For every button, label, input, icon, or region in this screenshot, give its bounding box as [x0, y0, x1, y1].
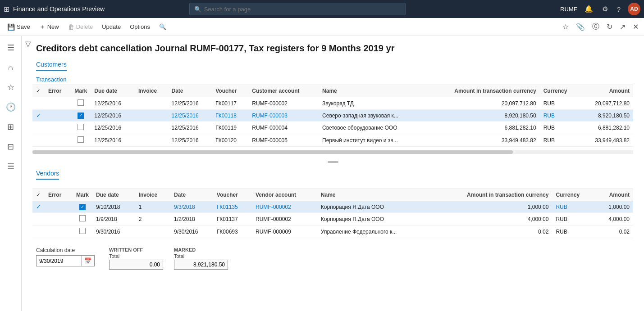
vendors-cell-error	[45, 213, 73, 225]
vendors-col-date: Date	[170, 189, 213, 201]
save-button[interactable]: 💾 Save	[4, 22, 34, 32]
vendors-table-row[interactable]: ✓✓9/10/201819/3/2018ГК01135RUMF-000002Ко…	[32, 201, 633, 213]
sidebar-favorites-icon[interactable]: ☆	[3, 79, 19, 95]
refresh-icon[interactable]: ↻	[605, 21, 614, 33]
customers-table-row[interactable]: 12/25/201612/25/2016ГК00117RUMF-000002Зв…	[32, 97, 633, 110]
settings-icon[interactable]: ⚙	[600, 4, 610, 14]
customers-cell-name: Световое оборудование ООО	[319, 122, 425, 134]
vendors-col-select-all[interactable]: ✓	[32, 189, 45, 201]
calendar-icon[interactable]: 📅	[81, 256, 94, 266]
vendor-date-link[interactable]: 9/3/2018	[174, 204, 195, 210]
vendor-account-link[interactable]: RUMF-000002	[256, 204, 291, 210]
customers-cell-date[interactable]: 12/25/2016	[168, 110, 212, 122]
customers-cell-account[interactable]: RUMF-000003	[248, 110, 319, 122]
vendors-mark-checkbox[interactable]: ✓	[79, 204, 86, 210]
vendors-cell-amount: 1,000.00	[594, 201, 633, 213]
content-area: ▽ Creditors debt cancellation Journal RU…	[22, 36, 644, 311]
calc-date-input[interactable]	[37, 257, 81, 266]
vendors-cell-account[interactable]: RUMF-000002	[252, 201, 317, 213]
mark-checkbox[interactable]	[78, 124, 84, 130]
search-bar[interactable]: 🔍	[189, 3, 406, 15]
vendors-cell-mark[interactable]	[73, 225, 92, 238]
vendors-cell-due-date: 9/30/2016	[92, 225, 135, 238]
sidebar-filter-icon[interactable]: ⊟	[3, 139, 19, 155]
vendors-cell-date[interactable]: 9/3/2018	[170, 201, 213, 213]
date-link[interactable]: 12/25/2016	[172, 113, 199, 119]
vendors-table-row[interactable]: 9/30/20169/30/2016ГК00693RUMF-000009Упра…	[32, 225, 633, 238]
mark-checkbox[interactable]: ✓	[78, 113, 84, 119]
col-select-all[interactable]: ✓	[32, 85, 45, 97]
vendors-cell-account: RUMF-000009	[252, 225, 317, 238]
customers-cell-mark[interactable]	[71, 134, 91, 147]
marked-total: MARKED Total	[174, 247, 228, 270]
vendors-table-row[interactable]: 1/9/201821/2/2018ГК01137RUMF-000002Корпо…	[32, 213, 633, 225]
customers-cell-currency: RUB	[540, 122, 580, 134]
delete-label: Delete	[76, 23, 93, 30]
search-input[interactable]	[204, 6, 401, 13]
attach-icon[interactable]: 📎	[574, 21, 587, 33]
vendors-mark-checkbox[interactable]	[79, 215, 86, 221]
customers-horizontal-scrollbar[interactable]	[32, 150, 633, 154]
sidebar-menu-icon[interactable]: ☰	[3, 40, 19, 56]
customers-table-row[interactable]: 12/25/201612/25/2016ГК00120RUMF-000005Пе…	[32, 134, 633, 147]
vendors-tab[interactable]: Vendors	[36, 170, 59, 180]
customers-scroll-thumb[interactable]	[32, 150, 513, 154]
sidebar: ☰ ⌂ ☆ 🕐 ⊞ ⊟ ☰	[0, 36, 22, 311]
toolbar-right-icons: ☆ 📎 ⓪ ↻ ↗ ✕	[561, 20, 640, 33]
sidebar-recent-icon[interactable]: 🕐	[3, 99, 19, 115]
new-label: New	[47, 23, 59, 30]
vendors-cell-mark[interactable]: ✓	[73, 201, 92, 213]
app-grid-icon[interactable]: ⊞	[4, 5, 9, 14]
vendor-currency-link[interactable]: RUB	[556, 204, 567, 210]
customers-table-row[interactable]: 12/25/201612/25/2016ГК00119RUMF-000004Св…	[32, 122, 633, 134]
mark-checkbox[interactable]	[78, 136, 84, 143]
customers-table-row[interactable]: ✓✓12/25/201612/25/2016ГК00118RUMF-000003…	[32, 110, 633, 122]
new-button[interactable]: ＋ New	[36, 21, 63, 33]
notifications-icon[interactable]: 🔔	[583, 4, 595, 14]
vendors-table: ✓ Error Mark Due date Invoice Date Vouch…	[32, 189, 633, 238]
mark-checkbox[interactable]	[78, 99, 84, 106]
vendors-cell-account: RUMF-000002	[252, 213, 317, 225]
customers-cell-error	[45, 122, 71, 134]
filter-button[interactable]: 🔍	[155, 22, 170, 32]
customers-cell-mark[interactable]	[71, 97, 91, 110]
new-icon: ＋	[39, 23, 46, 31]
currency-link[interactable]: RUB	[544, 113, 555, 119]
options-button[interactable]: Options	[126, 22, 154, 32]
vendors-col-invoice: Invoice	[135, 189, 170, 201]
open-in-new-icon[interactable]: ↗	[618, 21, 627, 33]
col-voucher: Voucher	[212, 85, 248, 97]
customers-cell-mark[interactable]	[71, 122, 91, 134]
page-title: Creditors debt cancellation Journal RUMF…	[36, 43, 633, 54]
col-error: Error	[45, 85, 71, 97]
customers-cell-amount: 33,949,483.82	[580, 134, 633, 147]
customers-cell-account: RUMF-000002	[248, 97, 319, 110]
help-icon[interactable]: ?	[615, 5, 622, 14]
sidebar-home-icon[interactable]: ⌂	[3, 59, 19, 76]
vendors-cell-voucher[interactable]: ГК01135	[213, 201, 252, 213]
vendors-cell-mark[interactable]	[73, 213, 92, 225]
update-button[interactable]: Update	[98, 22, 124, 32]
delete-button[interactable]: 🗑 Delete	[64, 22, 97, 32]
customers-table-wrapper: ✓ Error Mark Due date Invoice Date Vouch…	[32, 85, 633, 147]
account-link[interactable]: RUMF-000003	[252, 113, 288, 119]
section-divider[interactable]	[32, 156, 633, 166]
sidebar-workspaces-icon[interactable]: ⊞	[3, 119, 19, 135]
customers-tab[interactable]: Customers	[36, 61, 67, 71]
search-icon-toolbar: 🔍	[159, 23, 166, 30]
vendors-col-mark: Mark	[73, 189, 92, 201]
close-icon[interactable]: ✕	[631, 21, 640, 33]
sidebar-list-icon[interactable]: ☰	[3, 158, 19, 175]
badge-icon[interactable]: ⓪	[590, 20, 601, 33]
voucher-link[interactable]: ГК00118	[215, 113, 237, 119]
personalize-icon[interactable]: ☆	[561, 21, 571, 33]
customers-cell-voucher[interactable]: ГК00118	[212, 110, 248, 122]
customers-cell-mark[interactable]: ✓	[71, 110, 91, 122]
vendors-table-wrapper: ✓ Error Mark Due date Invoice Date Vouch…	[32, 189, 633, 238]
filter-icon[interactable]: ▽	[25, 40, 31, 48]
customers-cell-invoice	[135, 134, 168, 147]
customers-cell-amount-transaction: 6,881,282.10	[425, 122, 539, 134]
vendors-cell-invoice: 2	[135, 213, 170, 225]
vendors-mark-checkbox[interactable]	[79, 228, 86, 234]
vendor-voucher-link[interactable]: ГК01135	[217, 204, 238, 210]
